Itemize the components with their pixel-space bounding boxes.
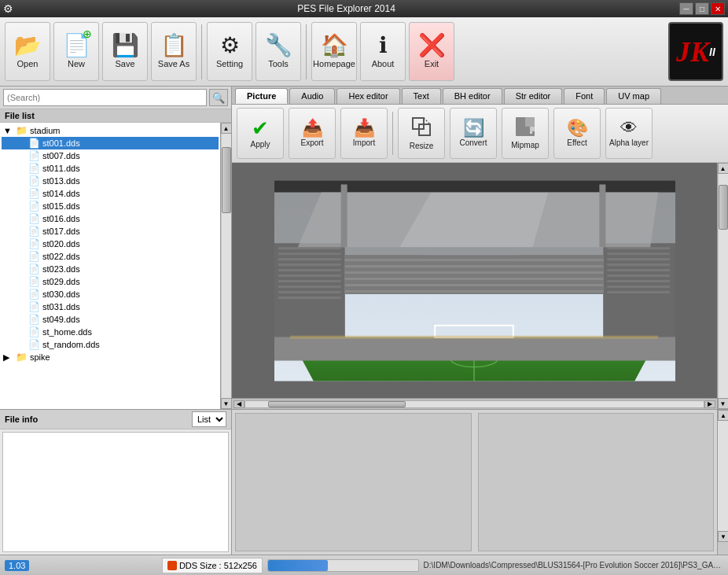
tab-bh-editor[interactable]: BH editor — [443, 88, 502, 104]
picture-toolbar: ✔ Apply 📤 Export 📥 Import — [232, 105, 728, 163]
tree-file-st022[interactable]: 📄 st022.dds — [2, 250, 219, 263]
dds-badge: DDS Size : 512x256 — [162, 558, 263, 573]
image-area[interactable] — [232, 163, 717, 398]
save-button[interactable]: 💾 Save — [102, 22, 148, 81]
file-icon-st030: 📄 — [28, 289, 40, 300]
setting-icon: ⚙ — [220, 35, 240, 57]
about-button[interactable]: ℹ About — [360, 22, 406, 81]
folder-icon-spike: 📁 — [16, 352, 28, 363]
tab-str-editor[interactable]: Str editor — [504, 88, 563, 104]
tree-scrollbar[interactable]: ▲ ▼ — [220, 123, 231, 409]
tree-file-st020[interactable]: 📄 st020.dds — [2, 238, 219, 250]
scroll-down-arrow[interactable]: ▼ — [221, 398, 232, 409]
scroll-track-h[interactable] — [245, 400, 704, 408]
tree-file-st007[interactable]: 📄 st007.dds — [2, 149, 219, 162]
img-scroll-thumb[interactable] — [719, 185, 728, 230]
new-button[interactable]: 📄 New ⊕ — [53, 22, 99, 81]
import-button[interactable]: 📥 Import — [340, 108, 388, 159]
tree-file-label-st020: st020.dds — [42, 239, 80, 249]
svg-rect-37 — [344, 278, 603, 280]
tree-file-st015[interactable]: 📄 st015.dds — [2, 200, 219, 212]
scroll-up-arrow[interactable]: ▲ — [221, 123, 232, 134]
tree-folder-stadium[interactable]: ▼ 📁 stadium — [2, 124, 219, 137]
tab-picture[interactable]: Picture — [235, 88, 288, 104]
resize-label: Resize — [410, 142, 434, 150]
apply-button[interactable]: ✔ Apply — [237, 108, 284, 159]
mipmap-button[interactable]: Mipmap — [502, 108, 549, 159]
tab-text[interactable]: Text — [402, 88, 441, 104]
version-badge: 1.03 — [5, 560, 29, 571]
tree-file-st014[interactable]: 📄 st014.dds — [2, 187, 219, 200]
toolbar-divider-1 — [201, 24, 202, 79]
about-icon: ℹ — [379, 35, 388, 57]
maximize-button[interactable]: □ — [695, 2, 709, 15]
tree-file-st049[interactable]: 📄 st049.dds — [2, 313, 219, 326]
minimize-button[interactable]: ─ — [679, 2, 693, 15]
tree-file-st013[interactable]: 📄 st013.dds — [2, 175, 219, 187]
tree-file-label-st017: st017.dds — [42, 227, 80, 236]
tree-file-st011[interactable]: 📄 st011.dds — [2, 162, 219, 175]
export-button[interactable]: 📤 Export — [289, 108, 336, 159]
scroll-left-arrow[interactable]: ◀ — [233, 400, 245, 408]
tree-file-st029[interactable]: 📄 st029.dds — [2, 275, 219, 288]
list-dropdown[interactable]: List — [192, 411, 226, 427]
tree-file-st030[interactable]: 📄 st030.dds — [2, 288, 219, 300]
resize-button[interactable]: Resize — [398, 108, 445, 159]
setting-button[interactable]: ⚙ Setting — [207, 22, 252, 81]
left-panel: 🔍 File list ▼ 📁 stadium 📄 st001.dds — [0, 87, 232, 555]
horizontal-scrollbar[interactable]: ◀ ▶ — [232, 398, 717, 409]
bottom-scroll-track[interactable] — [718, 421, 728, 531]
tab-uv-map[interactable]: UV map — [606, 88, 661, 104]
file-icon-st-home: 📄 — [28, 326, 40, 337]
file-info-header: File info List — [0, 410, 231, 429]
open-button[interactable]: 📂 Open — [5, 22, 50, 81]
tree-file-st001[interactable]: 📄 st001.dds — [2, 137, 219, 149]
effect-label: Effect — [567, 138, 586, 147]
img-scroll-track[interactable] — [719, 174, 728, 398]
tools-label: Tools — [268, 59, 289, 68]
scroll-right-arrow[interactable]: ▶ — [704, 400, 715, 408]
tree-file-st-home[interactable]: 📄 st_home.dds — [2, 326, 219, 338]
search-button[interactable]: 🔍 — [209, 89, 228, 106]
svg-rect-16 — [278, 264, 340, 266]
import-label: Import — [353, 138, 375, 147]
scroll-track[interactable] — [222, 134, 231, 398]
bottom-scroll-down[interactable]: ▼ — [718, 531, 728, 542]
tree-file-st031[interactable]: 📄 st031.dds — [2, 300, 219, 313]
tools-icon: 🔧 — [265, 35, 292, 57]
tree-file-label-st-random: st_random.dds — [42, 340, 100, 349]
search-input[interactable] — [3, 89, 207, 106]
tree-file-st023[interactable]: 📄 st023.dds — [2, 263, 219, 275]
save-as-button[interactable]: 📋 Save As — [151, 22, 197, 81]
file-icon-st016: 📄 — [28, 213, 40, 224]
svg-rect-29 — [607, 275, 670, 277]
tree-file-st-random[interactable]: 📄 st_random.dds — [2, 338, 219, 351]
bottom-scroll-up[interactable]: ▲ — [718, 410, 728, 421]
close-button[interactable]: ✕ — [711, 2, 725, 15]
tree-folder-spike[interactable]: ▶ 📁 spike — [2, 351, 219, 363]
alpha-layer-button[interactable]: 👁 Alpha layer — [605, 108, 653, 159]
image-scrollbar[interactable]: ▲ ▼ — [717, 163, 728, 409]
bottom-scrollbar[interactable]: ▲ ▼ — [717, 410, 728, 555]
right-panel: Picture Audio Hex editor Text BH editor … — [232, 87, 728, 555]
tab-font[interactable]: Font — [564, 88, 605, 104]
status-bar: 1.03 DDS Size : 512x256 D:\IDM\Downloads… — [0, 555, 728, 575]
exit-button[interactable]: ❌ Exit — [409, 22, 454, 81]
tree-file-st016[interactable]: 📄 st016.dds — [2, 212, 219, 225]
tree-container[interactable]: ▼ 📁 stadium 📄 st001.dds 📄 st007.dds — [0, 123, 220, 409]
homepage-button[interactable]: 🏠 Homepage — [311, 22, 357, 81]
tools-button[interactable]: 🔧 Tools — [256, 22, 301, 81]
effect-button[interactable]: 🎨 Effect — [553, 108, 601, 159]
file-icon-st017: 📄 — [28, 226, 40, 237]
scroll-thumb[interactable] — [222, 147, 231, 213]
file-icon-st015: 📄 — [28, 201, 40, 212]
tab-hex-editor[interactable]: Hex editor — [336, 88, 399, 104]
tree-file-st017[interactable]: 📄 st017.dds — [2, 225, 219, 238]
file-list-label: File list — [0, 109, 231, 123]
convert-button[interactable]: 🔄 Convert — [450, 108, 497, 159]
img-scroll-down[interactable]: ▼ — [718, 398, 729, 409]
tab-audio[interactable]: Audio — [289, 88, 335, 104]
img-scroll-up[interactable]: ▲ — [718, 163, 729, 174]
scroll-thumb-h[interactable] — [268, 401, 406, 407]
file-info-panel: File info List — [0, 409, 231, 555]
